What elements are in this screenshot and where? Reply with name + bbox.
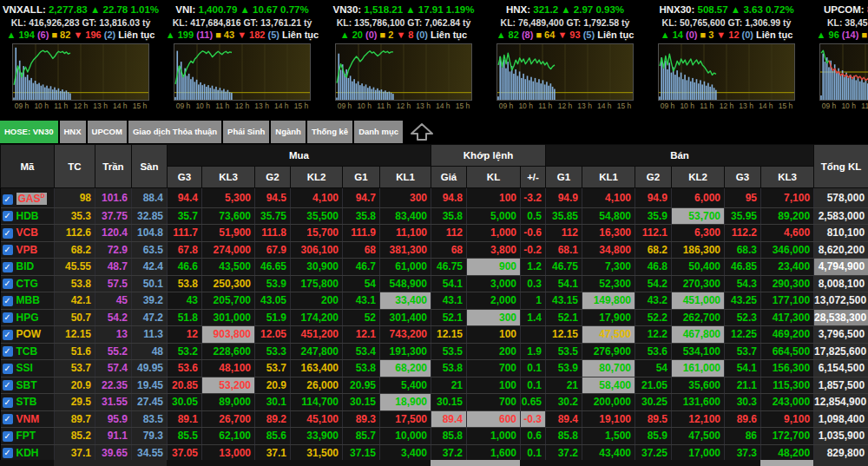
- cell-sell-price-2[interactable]: 35.9: [635, 207, 672, 225]
- cell-buy-vol-1[interactable]: 548,900: [380, 275, 431, 292]
- col-header-symbol[interactable]: Mã: [1, 145, 55, 188]
- cell-buy-price-3[interactable]: 12: [168, 326, 202, 344]
- cell-buy-price-1[interactable]: 85.7: [343, 428, 380, 445]
- cell-sell-vol-1[interactable]: 58,400: [582, 377, 635, 394]
- cell-buy-price-1[interactable]: 30.15: [343, 394, 380, 411]
- cell-buy-price-3[interactable]: 53.6: [168, 360, 202, 377]
- cell-match-price[interactable]: 112: [431, 225, 467, 242]
- symbol-label[interactable]: HPG: [16, 312, 39, 324]
- cell-buy-price-2[interactable]: 12.05: [255, 326, 291, 344]
- cell-buy-vol-3[interactable]: 301,000: [202, 309, 255, 326]
- cell-buy-vol-3[interactable]: 89,000: [202, 394, 255, 411]
- check-icon[interactable]: ✓: [3, 312, 13, 323]
- cell-sell-price-1[interactable]: 112: [546, 225, 582, 242]
- check-icon[interactable]: ✓: [3, 279, 13, 289]
- tab-upcom[interactable]: UPCOM: [88, 121, 127, 143]
- cell-sell-vol-3[interactable]: 469,200: [761, 326, 814, 344]
- cell-sell-price-2[interactable]: 54: [635, 360, 672, 377]
- check-icon[interactable]: ✓: [3, 211, 13, 221]
- cell-buy-vol-2[interactable]: 15,700: [291, 225, 343, 242]
- cell-buy-price-2[interactable]: 20.9: [255, 377, 291, 394]
- cell-sell-vol-2[interactable]: 6,000: [672, 188, 725, 208]
- cell-match-price[interactable]: 43.1: [431, 292, 467, 310]
- cell-sell-price-1[interactable]: 52.1: [546, 309, 582, 326]
- cell-buy-vol-1[interactable]: 300: [380, 188, 431, 208]
- symbol-cell[interactable]: ✓VPB: [1, 241, 55, 259]
- cell-sell-price-2[interactable]: 21.05: [635, 377, 672, 394]
- cell-buy-vol-3[interactable]: 205,700: [202, 292, 255, 310]
- cell-buy-vol-2[interactable]: 451,200: [291, 326, 343, 344]
- symbol-label[interactable]: KDH: [16, 447, 39, 459]
- cell-buy-vol-1[interactable]: 18,900: [380, 394, 431, 411]
- cell-sell-price-2[interactable]: 53.6: [635, 343, 672, 360]
- cell-buy-vol-1[interactable]: 61,000: [380, 259, 431, 276]
- cell-buy-price-1[interactable]: 46.7: [343, 259, 380, 276]
- check-icon[interactable]: ✓: [3, 346, 13, 357]
- cell-buy-vol-1[interactable]: 191,300: [380, 343, 431, 360]
- cell-sell-price-2[interactable]: 85.9: [635, 428, 672, 445]
- cell-match-change[interactable]: 0.6: [521, 428, 546, 445]
- cell-buy-vol-2[interactable]: 26,000: [291, 377, 343, 394]
- cell-buy-vol-1[interactable]: 301,400: [380, 309, 431, 326]
- cell-sell-price-3[interactable]: 37.3: [725, 444, 761, 462]
- symbol-label[interactable]: GASD: [16, 193, 47, 205]
- symbol-label[interactable]: VNM: [16, 413, 40, 425]
- cell-sell-price-3[interactable]: 53.7: [725, 343, 761, 360]
- symbol-cell[interactable]: ✓VNM: [1, 410, 55, 428]
- symbol-cell[interactable]: ✓SBT: [1, 377, 55, 394]
- tab-ph-i-sinh[interactable]: Phái Sinh: [223, 121, 269, 143]
- cell-sell-price-3[interactable]: 89.6: [725, 410, 761, 428]
- cell-sell-vol-2[interactable]: 270,300: [672, 275, 725, 292]
- cell-sell-vol-1[interactable]: 7,300: [582, 259, 635, 276]
- cell-match-vol[interactable]: 900: [467, 259, 521, 276]
- cell-match-change[interactable]: -0.6: [521, 225, 546, 242]
- cell-match-vol[interactable]: 5,000: [467, 207, 521, 225]
- check-icon[interactable]: ✓: [3, 262, 13, 272]
- cell-buy-price-2[interactable]: 51.9: [255, 309, 291, 326]
- symbol-label[interactable]: FPT: [16, 430, 36, 442]
- cell-match-vol[interactable]: 300: [467, 309, 521, 326]
- symbol-label[interactable]: SBT: [16, 379, 37, 391]
- cell-sell-price-1[interactable]: 21: [546, 377, 582, 394]
- cell-match-change[interactable]: 0.3: [521, 275, 546, 292]
- symbol-cell[interactable]: ✓HPG: [1, 309, 55, 326]
- cell-buy-vol-2[interactable]: 174,200: [291, 309, 343, 326]
- cell-buy-price-1[interactable]: 54: [343, 275, 380, 292]
- cell-buy-vol-1[interactable]: 5,400: [380, 377, 431, 394]
- tab-danh-m-c[interactable]: Danh mục: [354, 121, 403, 143]
- symbol-cell[interactable]: ✓VCB: [1, 225, 55, 242]
- cell-match-change[interactable]: 0.1: [521, 444, 546, 462]
- cell-buy-vol-3[interactable]: 26,700: [202, 410, 255, 428]
- cell-sell-price-1[interactable]: 54.1: [546, 275, 582, 292]
- cell-match-vol[interactable]: 3,000: [467, 275, 521, 292]
- col-header-sell-g2[interactable]: G2: [635, 167, 672, 188]
- cell-buy-price-2[interactable]: 46.65: [255, 259, 291, 276]
- check-icon[interactable]: ✓: [3, 245, 13, 255]
- cell-sell-vol-1[interactable]: 47,500: [582, 326, 635, 344]
- cell-match-vol[interactable]: 100: [467, 326, 521, 344]
- symbol-cell[interactable]: ✓HDB: [1, 207, 55, 225]
- cell-match-price[interactable]: 89.4: [431, 410, 467, 428]
- cell-buy-vol-3[interactable]: 5,300: [202, 188, 255, 208]
- cell-sell-price-2[interactable]: 46.8: [635, 259, 672, 276]
- cell-buy-price-2[interactable]: 67.9: [255, 241, 291, 259]
- cell-buy-vol-2[interactable]: 30,900: [291, 259, 343, 276]
- cell-buy-price-1[interactable]: 94.7: [343, 188, 380, 208]
- cell-sell-price-2[interactable]: 94.9: [635, 188, 672, 208]
- cell-match-price[interactable]: 53.5: [431, 343, 467, 360]
- cell-sell-vol-2[interactable]: 262,700: [672, 309, 725, 326]
- symbol-cell[interactable]: ✓BID: [1, 259, 55, 276]
- cell-sell-vol-1[interactable]: 19,100: [582, 410, 635, 428]
- cell-buy-price-1[interactable]: 43.1: [343, 292, 380, 310]
- symbol-label[interactable]: VCB: [16, 226, 38, 239]
- tab-ng-nh[interactable]: Ngành: [271, 121, 306, 143]
- symbol-label[interactable]: CTG: [16, 278, 38, 290]
- cell-sell-price-1[interactable]: 30.2: [546, 394, 582, 411]
- cell-sell-price-3[interactable]: 30.3: [725, 394, 761, 411]
- cell-match-vol[interactable]: 700: [467, 394, 521, 411]
- cell-match-vol[interactable]: 3,800: [467, 241, 521, 259]
- cell-buy-price-2[interactable]: 111.8: [255, 225, 291, 242]
- check-icon[interactable]: ✓: [3, 431, 13, 442]
- cell-sell-vol-3[interactable]: 290,300: [761, 275, 814, 292]
- cell-buy-vol-3[interactable]: 228,600: [202, 343, 255, 360]
